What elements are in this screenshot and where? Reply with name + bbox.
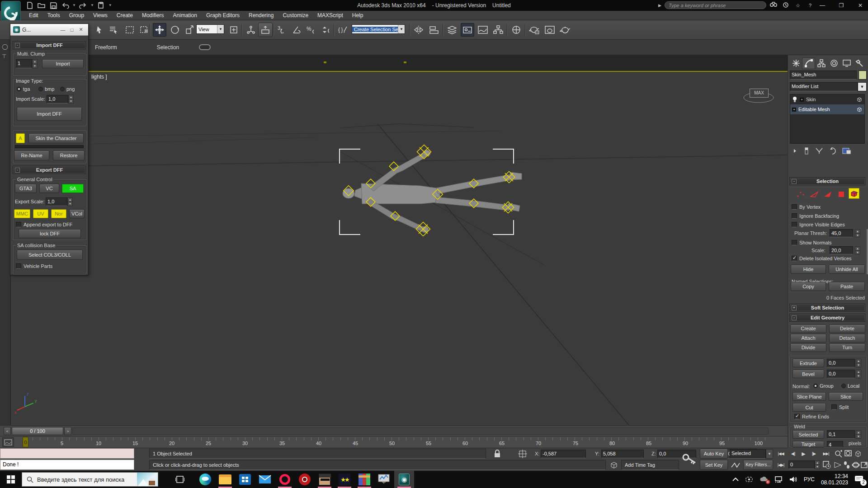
weld-selected-spinner[interactable] [856,430,861,439]
ribbon-panel-toggle-icon[interactable] [199,44,211,50]
lightbulb-icon[interactable] [792,96,797,103]
undo-dropdown-icon[interactable]: ▼ [72,4,76,7]
render-production-icon[interactable] [558,23,572,37]
hide-button[interactable]: Hide [791,265,826,274]
import-dff-rollout-header[interactable]: -Import DFF [13,41,86,49]
communication-center-icon[interactable] [781,2,791,9]
stack-item-skin[interactable]: + Skin [790,94,864,104]
normals-scale-spinner[interactable] [855,246,860,254]
menu-item[interactable]: Customize [278,11,313,20]
dff-close-icon[interactable]: ✕ [76,27,85,33]
rendered-frame-window-icon[interactable] [543,23,557,37]
zoom-extents-icon[interactable] [854,450,862,458]
volume-icon[interactable] [789,476,797,483]
edit-geometry-button[interactable]: Turn [829,343,865,352]
select-and-scale-icon[interactable] [183,23,197,37]
subobject-vertex-icon[interactable] [795,189,806,200]
clump-count-spinner[interactable] [32,59,38,68]
qat-customize-icon[interactable]: ▼ [108,4,112,7]
close-button[interactable]: ✕ [853,0,868,11]
next-frame-arrow[interactable]: > [64,427,71,435]
use-pivot-point-center-icon[interactable] [227,23,241,37]
curve-editor-icon[interactable] [476,23,490,37]
paste-button[interactable]: Paste [829,282,865,291]
extrude-spinner[interactable] [856,359,861,367]
combo-arrow-icon[interactable]: ▼ [398,25,405,33]
layer-manager-icon[interactable] [445,23,459,37]
ignore-backfacing-checkbox[interactable]: Ignore Backfacing [792,213,839,219]
selection-rollout-header[interactable]: -Selection [789,177,865,185]
auto-key-button[interactable]: Auto Key [700,449,728,459]
language-indicator[interactable]: РУС [804,476,815,483]
clock[interactable]: 12:34 08.01.2023 [821,473,848,486]
undo-icon[interactable] [61,1,70,9]
edge-icon[interactable] [195,471,215,488]
edit-named-selection-sets-icon[interactable]: { } [336,23,350,37]
start-button[interactable] [0,471,22,488]
weld-selected-field[interactable]: 0,1 [827,430,855,439]
orbit-icon[interactable] [852,461,860,469]
lock-dff-button[interactable]: lock DFF [19,229,81,238]
edit-geometry-button[interactable]: Create [790,324,826,333]
hidden-icons-chevron-icon[interactable] [732,477,739,482]
menu-item[interactable]: Create [112,11,137,20]
select-and-rotate-icon[interactable] [168,23,182,37]
current-frame-field[interactable]: 0 [788,460,815,469]
menu-item[interactable]: Group [65,11,89,20]
edit-geometry-button[interactable]: Divide [790,343,826,352]
tab-modify[interactable] [802,58,815,69]
open-file-icon[interactable] [37,1,46,9]
named-selection-set-combo[interactable]: Create Selection Se▼ [352,24,405,34]
project-folder-icon[interactable] [97,1,106,9]
zoom-all-icon[interactable] [844,450,853,458]
frame-ruler[interactable]: 5101520253035404550556065707580859095100 [0,436,769,448]
by-vertex-checkbox[interactable]: By Vertex [792,204,821,210]
modifier-list-arrow-icon[interactable]: ▼ [858,82,867,91]
select-col3-button[interactable]: Select COL3/COLL [17,250,83,260]
open-mini-curve-editor-icon[interactable] [2,437,14,447]
vehicle-parts-checkbox[interactable]: Vehicle Parts [16,263,52,269]
rectangular-selection-region-icon[interactable] [123,23,137,37]
edit-geometry-button[interactable]: Detach [829,334,865,343]
infocenter-search-input[interactable]: Type a keyword or phrase [665,1,766,9]
extrude-button[interactable]: Extrude [793,359,824,367]
uv-toggle[interactable]: UV [33,209,48,218]
bevel-field[interactable]: 0,0 [827,370,855,378]
zoom-icon[interactable] [835,450,843,458]
menu-item[interactable]: Rendering [244,11,278,20]
graphite-ribbon-toggle-icon[interactable] [461,23,474,37]
photos-avatar-icon[interactable] [315,471,335,488]
tab-motion[interactable] [828,58,840,69]
tab-utilities[interactable] [853,58,865,69]
object-name-field[interactable]: Skin_Mesh [790,70,857,80]
file-explorer-icon[interactable] [215,471,235,488]
object-color-swatch[interactable] [859,70,867,80]
expand-icon[interactable]: + [800,98,804,102]
unhide-all-button[interactable]: Unhide All [829,265,865,274]
go-to-end-button[interactable]: ▶▶| [820,449,832,459]
import-button[interactable]: Import [42,59,84,68]
ribbon-tab[interactable]: Selection [157,44,179,51]
slice-plane-button[interactable]: Slice Plane [793,392,826,401]
select-and-move-icon[interactable] [153,23,166,37]
edit-geometry-button[interactable]: Attach [790,334,826,343]
soft-selection-rollout-header[interactable]: +Soft Selection [789,304,865,312]
dff-window-titlebar[interactable]: ◉ G... — □ ✕ [10,24,88,36]
nmc-toggle[interactable]: MMC [14,209,30,218]
subobject-edge-icon[interactable] [809,189,820,200]
render-setup-icon[interactable] [528,23,541,37]
set-keys-key-icon[interactable] [682,452,697,466]
favorites-star-icon[interactable]: ☆ [793,2,803,9]
cut-button[interactable]: Cut [793,403,826,412]
restore-button[interactable]: Restore [53,150,85,160]
export-dff-rollout-header[interactable]: -Export DFF [13,166,86,174]
tab-hierarchy[interactable] [815,58,827,69]
system-monitor-icon[interactable] [374,471,394,488]
time-slider-track[interactable] [72,427,769,435]
material-editor-icon[interactable] [509,23,523,37]
maximize-viewport-toggle-icon[interactable] [861,461,868,469]
show-end-result-icon[interactable] [804,147,809,155]
slice-button[interactable]: Slice [829,392,863,401]
percent-snap-icon[interactable]: % [305,23,318,37]
extrude-field[interactable]: 0,0 [827,359,855,367]
